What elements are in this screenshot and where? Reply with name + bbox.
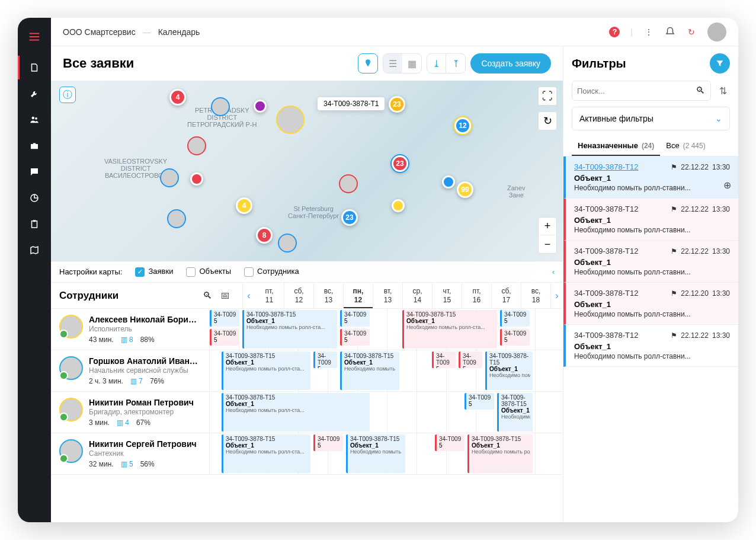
create-button[interactable]: Создать заявку (470, 53, 551, 74)
day-cell[interactable]: пт,16 (462, 283, 492, 308)
employee-timeline[interactable]: 34-T009-3878-T15Объект_1Необходимо помыт… (210, 350, 563, 391)
task-block[interactable]: 34-T0095 (340, 329, 370, 346)
map-panel[interactable]: ⓘ PETROGRADSKYDISTRICTПЕТРОГРАДСКИЙ Р-НV… (51, 81, 563, 282)
request-card[interactable]: 34-T009-3878-T12 ⚑22.12.2213:30 Объект_1… (563, 199, 738, 241)
nav-chat[interactable] (18, 160, 51, 184)
map-pin[interactable] (254, 100, 267, 113)
employee-card[interactable]: Алексеев Николай Борисович Исполнитель 4… (51, 309, 210, 350)
map-fullscreen[interactable]: ⛶ (538, 87, 557, 106)
map-pin[interactable]: 4 (169, 89, 186, 106)
search-icon[interactable]: 🔍︎ (202, 290, 213, 301)
view-grid-icon[interactable]: ▦ (402, 54, 421, 73)
target-icon[interactable]: ⊕ (723, 180, 731, 191)
task-block[interactable]: 34-T0095 (210, 310, 239, 327)
map-pin[interactable]: 23 (392, 155, 408, 172)
chk-staff[interactable]: Сотрудника (244, 267, 299, 277)
calendar-icon[interactable]: 📅︎ (220, 290, 230, 301)
request-card[interactable]: 34-T009-3878-T12 ⚑22.12.2213:30 Объект_1… (563, 325, 738, 367)
day-cell[interactable]: вс,18 (521, 283, 551, 308)
bell-icon[interactable] (665, 27, 675, 37)
day-cell[interactable]: пт,11 (255, 283, 284, 308)
map-avatar-pin[interactable] (187, 136, 206, 155)
map-pin[interactable]: 23 (389, 96, 405, 113)
export-icon[interactable]: ⤒ (446, 54, 465, 73)
card-id[interactable]: 34-T009-3878-T12 (574, 162, 638, 171)
task-block[interactable]: 34-T0095 (313, 434, 343, 451)
day-cell[interactable]: пн,12 (344, 283, 373, 308)
employee-card[interactable]: Горшков Анатолий Иванович Начальник серв… (51, 350, 210, 391)
task-block[interactable]: 34-T009-3878-T15Объект_1Необходимо помыт… (346, 434, 405, 473)
request-card[interactable]: 34-T009-3878-T12 ⚑22.12.2213:30 Объект_1… (563, 156, 738, 199)
day-cell[interactable]: вт,13 (373, 283, 403, 308)
chk-requests[interactable]: ✓Заявки (135, 267, 173, 277)
card-id[interactable]: 34-T009-3878-T12 (574, 289, 638, 298)
task-block[interactable]: 34-T009-3878-T15Объект_1Необходимо помыт… (485, 352, 533, 390)
employee-timeline[interactable]: 34-T009-3878-T15Объект_1Необходимо помыт… (210, 392, 563, 433)
more-icon[interactable]: ⋮ (643, 27, 654, 37)
search-input[interactable] (577, 87, 695, 95)
day-cell[interactable]: чт,15 (433, 283, 462, 308)
sort-icon[interactable]: ⇅ (716, 81, 730, 101)
date-next-icon[interactable]: › (551, 283, 563, 308)
task-block[interactable]: 34-T0095 (432, 352, 456, 368)
task-block[interactable]: 34-T009-3878-T15Объект_1Необходимо помыт… (242, 310, 337, 349)
map-avatar-pin[interactable] (211, 97, 230, 116)
map-pin[interactable] (442, 175, 455, 188)
search-box[interactable]: 🔍︎ (572, 81, 711, 101)
task-block[interactable]: 34-T0095 (500, 329, 530, 346)
active-filters-dropdown[interactable]: Активные фильтры ⌄ (572, 107, 730, 130)
task-block[interactable]: 34-T009-3878-T15Объект_1Необходимо помыт… (222, 393, 370, 432)
breadcrumb-page[interactable]: Календарь (158, 27, 200, 37)
task-block[interactable]: 34-T0095 (500, 310, 530, 327)
import-icon[interactable]: ⤓ (427, 54, 446, 73)
map-pin[interactable]: 12 (454, 117, 471, 134)
task-block[interactable]: 34-T0095 (465, 393, 494, 410)
menu-icon[interactable] (18, 25, 51, 49)
map-pin[interactable] (190, 172, 203, 186)
view-list-icon[interactable]: ☰ (383, 54, 402, 73)
task-block[interactable]: 34-T0095 (459, 352, 482, 368)
breadcrumb-org[interactable]: ООО Смартсервис (63, 27, 136, 37)
request-card[interactable]: 34-T009-3878-T12 ⚑22.12.2213:30 Объект_1… (563, 241, 738, 283)
day-cell[interactable]: вс,13 (314, 283, 344, 308)
nav-chart[interactable] (18, 186, 51, 210)
map-pin[interactable] (392, 199, 405, 212)
map-pin[interactable]: 23 (341, 209, 358, 226)
task-block[interactable]: 34-T009-3878-T15Объект_1Необходимо помыт… (340, 352, 399, 390)
nav-people[interactable] (18, 108, 51, 132)
day-cell[interactable]: сб,12 (284, 283, 314, 308)
employee-card[interactable]: Никитин Сергей Петрович Сантехник 32 мин… (51, 433, 210, 474)
filter-icon[interactable] (710, 53, 730, 74)
day-cell[interactable]: сб,17 (492, 283, 521, 308)
filter-tab[interactable]: Неназначенные(24) (572, 136, 660, 156)
map-avatar-pin[interactable] (167, 209, 186, 228)
card-id[interactable]: 34-T009-3878-T12 (574, 331, 638, 340)
map-reload[interactable]: ↻ (538, 111, 557, 130)
refresh-icon[interactable]: ↻ (686, 27, 697, 37)
employee-card[interactable]: Никитин Роман Петрович Бригадир, электро… (51, 392, 210, 433)
map-info-button[interactable]: ⓘ (59, 87, 76, 103)
map-toggle[interactable] (358, 53, 378, 74)
task-block[interactable]: 34-T009-3878-T15Объект_1Необходимо помыт… (222, 434, 310, 473)
task-block[interactable]: 34-T0095 (313, 352, 337, 368)
map-avatar-pin[interactable] (276, 106, 305, 134)
search-glass-icon[interactable]: 🔍︎ (695, 85, 706, 96)
nav-map[interactable] (18, 238, 51, 262)
card-id[interactable]: 34-T009-3878-T12 (574, 247, 638, 255)
card-id[interactable]: 34-T009-3878-T12 (574, 205, 638, 213)
help-icon[interactable]: ? (609, 27, 620, 37)
zoom-in-icon[interactable]: + (539, 218, 556, 235)
zoom-out-icon[interactable]: − (539, 235, 556, 253)
map-avatar-pin[interactable] (339, 174, 358, 193)
date-prev-icon[interactable]: ‹ (243, 283, 255, 308)
task-block[interactable]: 34-T0095 (340, 310, 370, 327)
user-avatar[interactable] (707, 23, 726, 41)
task-block[interactable]: 34-T0095 (210, 329, 239, 346)
map-avatar-pin[interactable] (278, 234, 297, 253)
nav-briefcase[interactable] (18, 134, 51, 158)
map-pin[interactable]: 4 (236, 197, 252, 214)
fullscreen-icon[interactable]: ⛶ (539, 87, 556, 105)
employee-timeline[interactable]: 34-T009534-T009534-T009-3878-T15Объект_1… (210, 309, 563, 350)
filter-tab[interactable]: Все(2 445) (660, 136, 711, 156)
map-collapse-icon[interactable]: ‹ (552, 267, 555, 276)
